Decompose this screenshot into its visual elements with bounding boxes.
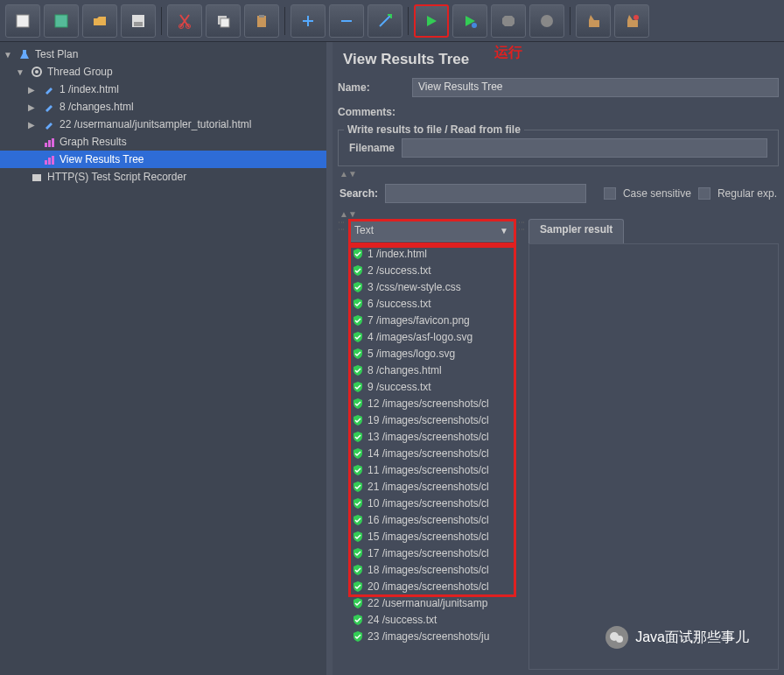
svg-rect-3 (134, 22, 143, 26)
tree-item-http[interactable]: ▶ 1 /index.html (0, 81, 326, 98)
result-row[interactable]: 8 /changes.html (348, 362, 514, 378)
new-button[interactable] (5, 4, 40, 38)
test-plan-tree[interactable]: ▼ Test Plan ▼ Thread Group ▶ 1 /index.ht… (0, 42, 332, 675)
copy-button[interactable] (206, 4, 241, 38)
result-row[interactable]: 24 /success.txt (348, 611, 514, 628)
name-input[interactable]: View Results Tree (412, 78, 779, 97)
result-row[interactable]: 17 /images/screenshots/cl (348, 545, 514, 561)
case-sensitive-label: Case sensitive (623, 187, 691, 200)
search-label: Search: (340, 187, 378, 200)
clear-button[interactable] (576, 4, 611, 38)
tree-item-http[interactable]: ▶ 22 /usermanual/junitsampler_tutorial.h… (0, 116, 326, 133)
success-shield-icon (352, 597, 364, 609)
collapse-handle[interactable]: ▲▼ (332, 168, 784, 179)
clear-all-button[interactable] (614, 4, 649, 38)
result-row[interactable]: 15 /images/screenshots/cl (348, 528, 514, 545)
svg-rect-23 (52, 156, 54, 165)
case-sensitive-checkbox[interactable] (604, 187, 616, 200)
tab-sampler-result[interactable]: Sampler result (528, 219, 624, 243)
svg-rect-18 (45, 143, 47, 147)
shutdown-button[interactable] (529, 4, 564, 38)
flask-icon (18, 47, 32, 61)
success-shield-icon (352, 514, 364, 526)
collapse-handle[interactable]: ▲▼ (332, 208, 784, 219)
success-shield-icon (352, 497, 364, 510)
success-shield-icon (352, 547, 364, 559)
fieldset-legend: Write results to file / Read from file (344, 123, 524, 136)
tree-thread-group[interactable]: ▼ Thread Group (0, 63, 326, 81)
drag-handle[interactable]: ⋮⋮ (518, 219, 525, 670)
result-row[interactable]: 5 /images/logo.svg (348, 345, 514, 362)
templates-button[interactable] (44, 4, 79, 38)
pipette-icon (42, 82, 56, 96)
tree-item-results-tree[interactable]: View Results Tree (0, 151, 326, 168)
success-shield-icon (352, 414, 364, 426)
tree-item-http[interactable]: ▶ 8 /changes.html (0, 98, 326, 116)
toolbar (0, 0, 784, 42)
regex-label: Regular exp. (718, 187, 777, 200)
cut-button[interactable] (167, 4, 202, 38)
success-shield-icon (352, 531, 364, 543)
success-shield-icon (352, 298, 364, 310)
result-row[interactable]: 9 /success.txt (348, 378, 514, 395)
result-row[interactable]: 6 /success.txt (348, 295, 514, 312)
save-button[interactable] (121, 4, 156, 38)
svg-rect-1 (55, 15, 67, 27)
result-row[interactable]: 12 /images/screenshots/cl (348, 395, 514, 411)
drag-handle[interactable]: ⋮⋮ (338, 219, 345, 670)
filename-input[interactable] (402, 138, 767, 158)
search-input[interactable] (385, 184, 586, 203)
result-row[interactable]: 2 /success.txt (348, 262, 514, 278)
run-no-pause-button[interactable] (452, 4, 487, 38)
success-shield-icon (352, 264, 364, 277)
result-row[interactable]: 3 /css/new-style.css (348, 278, 514, 295)
result-row[interactable]: 4 /images/asf-logo.svg (348, 328, 514, 345)
result-row[interactable]: 16 /images/screenshots/cl (348, 511, 514, 528)
svg-point-13 (472, 23, 477, 28)
success-shield-icon (352, 364, 364, 376)
success-shield-icon (352, 281, 364, 293)
pipette-icon (42, 100, 56, 114)
result-row[interactable]: 18 /images/screenshots/cl (348, 561, 514, 578)
success-shield-icon (352, 580, 364, 593)
results-list[interactable]: 1 /index.html2 /success.txt3 /css/new-st… (348, 245, 514, 670)
svg-rect-24 (32, 174, 41, 181)
toggle-button[interactable] (368, 4, 402, 38)
result-row[interactable]: 13 /images/screenshots/cl (348, 428, 514, 445)
tree-item-graph[interactable]: Graph Results (0, 133, 326, 151)
result-row[interactable]: 10 /images/screenshots/cl (348, 495, 514, 511)
stop-button[interactable] (491, 4, 526, 38)
chart-icon (42, 152, 56, 166)
open-button[interactable] (82, 4, 117, 38)
svg-rect-20 (52, 138, 54, 147)
result-row[interactable]: 23 /images/screenshots/ju (348, 628, 514, 644)
success-shield-icon (352, 248, 364, 260)
wechat-icon (606, 626, 628, 649)
paste-button[interactable] (244, 4, 279, 38)
result-row[interactable]: 1 /index.html (348, 245, 514, 262)
renderer-combo[interactable]: Text ▼ (348, 219, 514, 242)
success-shield-icon (352, 630, 364, 643)
result-row[interactable]: 19 /images/screenshots/cl (348, 411, 514, 428)
run-button[interactable] (414, 4, 449, 38)
svg-rect-19 (48, 140, 51, 147)
success-shield-icon (352, 614, 364, 626)
result-row[interactable]: 7 /images/favicon.png (348, 312, 514, 328)
result-row[interactable]: 14 /images/screenshots/cl (348, 445, 514, 461)
success-shield-icon (352, 397, 364, 410)
tree-root[interactable]: ▼ Test Plan (0, 46, 326, 63)
success-shield-icon (352, 331, 364, 343)
success-shield-icon (352, 564, 364, 576)
expand-button[interactable] (290, 4, 326, 38)
result-row[interactable]: 20 /images/screenshots/cl (348, 578, 514, 594)
result-row[interactable]: 22 /usermanual/junitsamp (348, 594, 514, 611)
success-shield-icon (352, 481, 364, 493)
regex-checkbox[interactable] (698, 187, 710, 200)
svg-point-17 (35, 70, 38, 74)
success-shield-icon (352, 431, 364, 443)
collapse-button[interactable] (329, 4, 364, 38)
result-row[interactable]: 21 /images/screenshots/cl (348, 478, 514, 495)
watermark: Java面试那些事儿 (606, 626, 749, 649)
result-row[interactable]: 11 /images/screenshots/cl (348, 461, 514, 478)
tree-recorder[interactable]: HTTP(S) Test Script Recorder (0, 168, 326, 186)
